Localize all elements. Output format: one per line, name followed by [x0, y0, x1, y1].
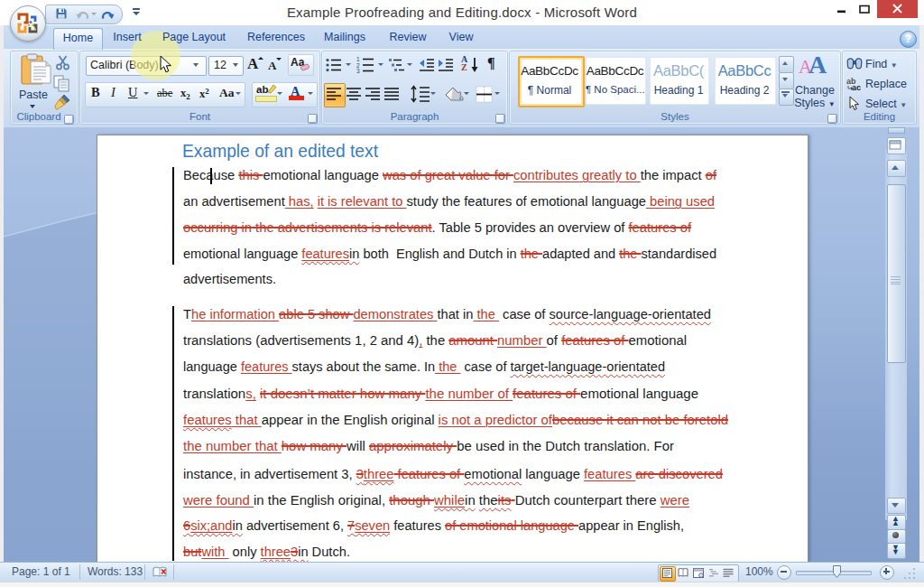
svg-text:ac: ac	[852, 83, 861, 91]
svg-text:3: 3	[356, 68, 360, 73]
